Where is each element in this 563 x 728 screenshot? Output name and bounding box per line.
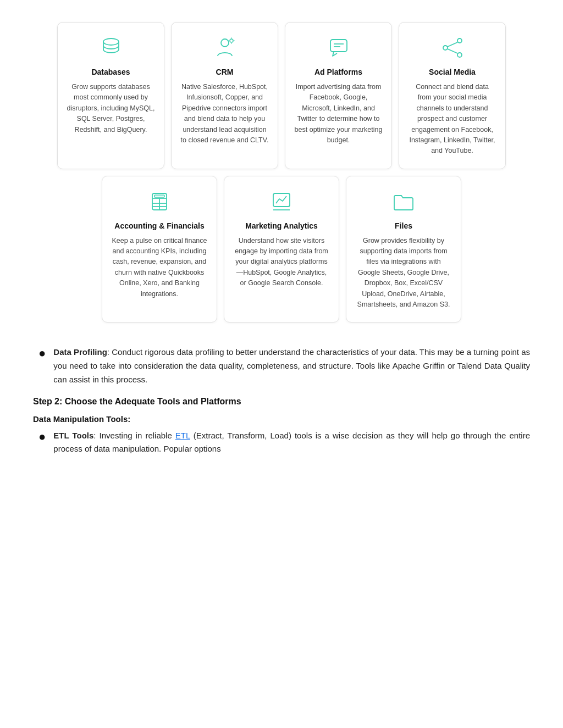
svg-point-10 — [457, 38, 462, 43]
card-crm: CRM Native Salesforce, HubSpot, Infusion… — [171, 22, 278, 169]
accounting-icon — [146, 188, 173, 215]
marketing-analytics-icon — [268, 188, 295, 215]
step2-heading: Step 2: Choose the Adequate Tools and Pl… — [33, 397, 530, 407]
svg-line-13 — [448, 42, 457, 47]
marketing-analytics-title: Marketing Analytics — [245, 221, 318, 230]
card-social-media: Social Media Connect and blend data from… — [399, 22, 506, 169]
cards-row-1: Databases Grow supports databases most c… — [57, 22, 506, 169]
svg-line-14 — [448, 49, 457, 53]
bullet-section-etl: ● ETL Tools: Investing in reliable ETL (… — [33, 429, 530, 457]
card-accounting: Accounting & Financials Keep a pulse on … — [102, 176, 217, 323]
card-files: Files Grow provides flexibility by suppo… — [346, 176, 461, 323]
accounting-title: Accounting & Financials — [114, 221, 204, 230]
bullet-dot: ● — [38, 346, 46, 360]
bullet-dot-etl: ● — [38, 430, 46, 444]
svg-point-2 — [230, 39, 233, 42]
accounting-body: Keep a pulse on critical finance and acc… — [111, 236, 208, 299]
bullet-item-etl: ● ETL Tools: Investing in reliable ETL (… — [38, 429, 530, 457]
card-ad-platforms: Ad Platforms Import advertising data fro… — [285, 22, 392, 169]
svg-point-1 — [221, 39, 229, 47]
svg-point-11 — [443, 46, 448, 50]
files-icon — [390, 188, 417, 215]
crm-title: CRM — [216, 68, 234, 76]
svg-point-12 — [457, 53, 462, 57]
files-title: Files — [395, 221, 412, 230]
cards-row-2: Accounting & Financials Keep a pulse on … — [102, 176, 461, 323]
svg-point-0 — [103, 38, 119, 45]
etl-term: ETL Tools — [53, 431, 93, 440]
cards-section: Databases Grow supports databases most c… — [33, 22, 530, 329]
etl-separator: : — [93, 431, 99, 440]
bullet-item-data-profiling: ● Data Profiling: Conduct rigorous data … — [38, 346, 530, 386]
bullet-section-data-profiling: ● Data Profiling: Conduct rigorous data … — [33, 346, 530, 386]
crm-body: Native Salesforce, HubSpot, Infusionsoft… — [180, 82, 269, 146]
files-body: Grow provides flexibility by supporting … — [355, 236, 452, 310]
databases-title: Databases — [91, 68, 130, 76]
data-profiling-text: Data Profiling: Conduct rigorous data pr… — [53, 346, 530, 386]
data-manipulation-heading: Data Manipulation Tools: — [33, 414, 530, 424]
card-databases: Databases Grow supports databases most c… — [57, 22, 164, 169]
social-media-body: Connect and blend data from your social … — [408, 82, 496, 157]
marketing-analytics-body: Understand how site visitors engage by i… — [233, 236, 330, 289]
social-media-icon — [439, 35, 466, 61]
svg-rect-20 — [154, 195, 164, 197]
ad-platforms-icon — [325, 35, 352, 61]
etl-text: ETL Tools: Investing in reliable ETL (Ex… — [53, 429, 530, 457]
data-profiling-body: Conduct rigorous data profiling to bette… — [53, 347, 530, 384]
crm-icon — [212, 35, 238, 61]
svg-rect-7 — [330, 40, 347, 52]
ad-platforms-title: Ad Platforms — [314, 68, 362, 76]
data-profiling-separator: : — [107, 347, 112, 357]
data-manipulation-heading-text: Data Manipulation Tools — [33, 414, 128, 424]
etl-link[interactable]: ETL — [175, 431, 190, 440]
data-profiling-term: Data Profiling — [53, 347, 107, 357]
social-media-title: Social Media — [429, 68, 476, 76]
etl-text-before: Investing in reliable — [100, 431, 175, 440]
database-icon — [98, 35, 124, 61]
databases-body: Grow supports databases most commonly us… — [67, 82, 155, 135]
ad-platforms-body: Import advertising data from Facebook, G… — [294, 82, 383, 146]
card-marketing-analytics: Marketing Analytics Understand how site … — [224, 176, 339, 323]
